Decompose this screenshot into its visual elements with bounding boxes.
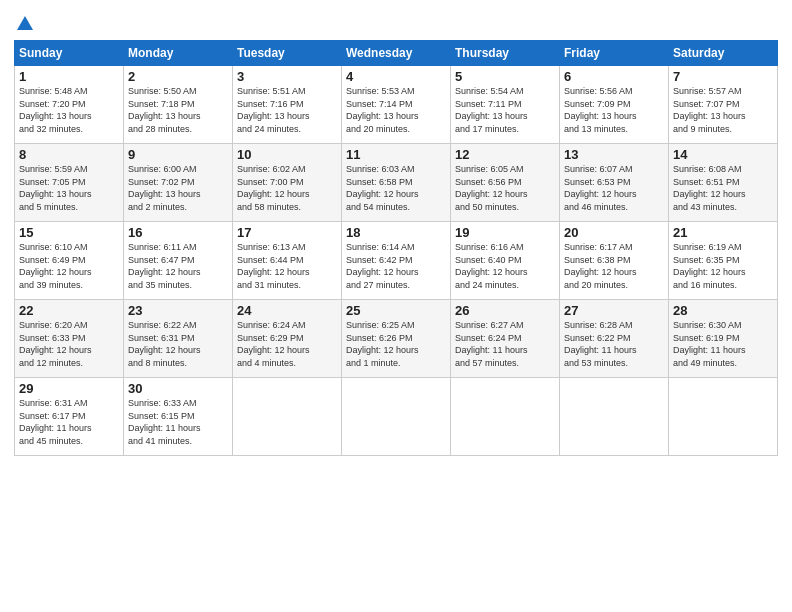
- day-number: 18: [346, 225, 446, 240]
- weekday-header: Saturday: [669, 41, 778, 66]
- day-number: 19: [455, 225, 555, 240]
- day-number: 8: [19, 147, 119, 162]
- day-number: 13: [564, 147, 664, 162]
- weekday-header: Thursday: [451, 41, 560, 66]
- calendar-body: 1Sunrise: 5:48 AMSunset: 7:20 PMDaylight…: [15, 66, 778, 456]
- calendar-cell: 18Sunrise: 6:14 AMSunset: 6:42 PMDayligh…: [342, 222, 451, 300]
- day-number: 24: [237, 303, 337, 318]
- calendar-cell: 15Sunrise: 6:10 AMSunset: 6:49 PMDayligh…: [15, 222, 124, 300]
- day-number: 1: [19, 69, 119, 84]
- calendar-cell: 11Sunrise: 6:03 AMSunset: 6:58 PMDayligh…: [342, 144, 451, 222]
- svg-marker-0: [17, 16, 33, 30]
- cell-info: Sunrise: 6:17 AMSunset: 6:38 PMDaylight:…: [564, 241, 664, 291]
- weekday-header: Friday: [560, 41, 669, 66]
- calendar-cell: 2Sunrise: 5:50 AMSunset: 7:18 PMDaylight…: [124, 66, 233, 144]
- calendar-week-row: 22Sunrise: 6:20 AMSunset: 6:33 PMDayligh…: [15, 300, 778, 378]
- cell-info: Sunrise: 6:19 AMSunset: 6:35 PMDaylight:…: [673, 241, 773, 291]
- weekday-header: Wednesday: [342, 41, 451, 66]
- calendar-cell: 21Sunrise: 6:19 AMSunset: 6:35 PMDayligh…: [669, 222, 778, 300]
- day-number: 3: [237, 69, 337, 84]
- cell-info: Sunrise: 5:54 AMSunset: 7:11 PMDaylight:…: [455, 85, 555, 135]
- day-number: 4: [346, 69, 446, 84]
- calendar-week-row: 29Sunrise: 6:31 AMSunset: 6:17 PMDayligh…: [15, 378, 778, 456]
- weekday-header: Sunday: [15, 41, 124, 66]
- calendar-cell: [669, 378, 778, 456]
- cell-info: Sunrise: 6:02 AMSunset: 7:00 PMDaylight:…: [237, 163, 337, 213]
- calendar-cell: 22Sunrise: 6:20 AMSunset: 6:33 PMDayligh…: [15, 300, 124, 378]
- calendar-cell: 1Sunrise: 5:48 AMSunset: 7:20 PMDaylight…: [15, 66, 124, 144]
- day-number: 23: [128, 303, 228, 318]
- calendar-cell: [560, 378, 669, 456]
- day-number: 15: [19, 225, 119, 240]
- day-number: 7: [673, 69, 773, 84]
- day-number: 30: [128, 381, 228, 396]
- cell-info: Sunrise: 6:28 AMSunset: 6:22 PMDaylight:…: [564, 319, 664, 369]
- cell-info: Sunrise: 6:14 AMSunset: 6:42 PMDaylight:…: [346, 241, 446, 291]
- calendar-cell: 24Sunrise: 6:24 AMSunset: 6:29 PMDayligh…: [233, 300, 342, 378]
- day-number: 9: [128, 147, 228, 162]
- cell-info: Sunrise: 6:25 AMSunset: 6:26 PMDaylight:…: [346, 319, 446, 369]
- cell-info: Sunrise: 6:24 AMSunset: 6:29 PMDaylight:…: [237, 319, 337, 369]
- cell-info: Sunrise: 6:20 AMSunset: 6:33 PMDaylight:…: [19, 319, 119, 369]
- calendar-cell: 26Sunrise: 6:27 AMSunset: 6:24 PMDayligh…: [451, 300, 560, 378]
- page-header: [14, 10, 778, 34]
- calendar-cell: 7Sunrise: 5:57 AMSunset: 7:07 PMDaylight…: [669, 66, 778, 144]
- cell-info: Sunrise: 6:30 AMSunset: 6:19 PMDaylight:…: [673, 319, 773, 369]
- day-number: 2: [128, 69, 228, 84]
- cell-info: Sunrise: 6:27 AMSunset: 6:24 PMDaylight:…: [455, 319, 555, 369]
- calendar-week-row: 1Sunrise: 5:48 AMSunset: 7:20 PMDaylight…: [15, 66, 778, 144]
- day-number: 20: [564, 225, 664, 240]
- cell-info: Sunrise: 6:10 AMSunset: 6:49 PMDaylight:…: [19, 241, 119, 291]
- cell-info: Sunrise: 5:50 AMSunset: 7:18 PMDaylight:…: [128, 85, 228, 135]
- calendar-cell: 9Sunrise: 6:00 AMSunset: 7:02 PMDaylight…: [124, 144, 233, 222]
- calendar-cell: 23Sunrise: 6:22 AMSunset: 6:31 PMDayligh…: [124, 300, 233, 378]
- day-number: 14: [673, 147, 773, 162]
- calendar-cell: 14Sunrise: 6:08 AMSunset: 6:51 PMDayligh…: [669, 144, 778, 222]
- calendar-cell: 13Sunrise: 6:07 AMSunset: 6:53 PMDayligh…: [560, 144, 669, 222]
- calendar-cell: 27Sunrise: 6:28 AMSunset: 6:22 PMDayligh…: [560, 300, 669, 378]
- calendar-cell: 25Sunrise: 6:25 AMSunset: 6:26 PMDayligh…: [342, 300, 451, 378]
- calendar-cell: 10Sunrise: 6:02 AMSunset: 7:00 PMDayligh…: [233, 144, 342, 222]
- cell-info: Sunrise: 6:13 AMSunset: 6:44 PMDaylight:…: [237, 241, 337, 291]
- cell-info: Sunrise: 6:31 AMSunset: 6:17 PMDaylight:…: [19, 397, 119, 447]
- cell-info: Sunrise: 6:16 AMSunset: 6:40 PMDaylight:…: [455, 241, 555, 291]
- cell-info: Sunrise: 6:03 AMSunset: 6:58 PMDaylight:…: [346, 163, 446, 213]
- calendar-cell: 20Sunrise: 6:17 AMSunset: 6:38 PMDayligh…: [560, 222, 669, 300]
- calendar-cell: 19Sunrise: 6:16 AMSunset: 6:40 PMDayligh…: [451, 222, 560, 300]
- cell-info: Sunrise: 6:05 AMSunset: 6:56 PMDaylight:…: [455, 163, 555, 213]
- weekday-header: Tuesday: [233, 41, 342, 66]
- logo-icon: [15, 14, 35, 34]
- cell-info: Sunrise: 6:08 AMSunset: 6:51 PMDaylight:…: [673, 163, 773, 213]
- day-number: 11: [346, 147, 446, 162]
- calendar-cell: 4Sunrise: 5:53 AMSunset: 7:14 PMDaylight…: [342, 66, 451, 144]
- calendar-week-row: 15Sunrise: 6:10 AMSunset: 6:49 PMDayligh…: [15, 222, 778, 300]
- calendar-week-row: 8Sunrise: 5:59 AMSunset: 7:05 PMDaylight…: [15, 144, 778, 222]
- cell-info: Sunrise: 5:56 AMSunset: 7:09 PMDaylight:…: [564, 85, 664, 135]
- calendar-cell: [233, 378, 342, 456]
- calendar-cell: 3Sunrise: 5:51 AMSunset: 7:16 PMDaylight…: [233, 66, 342, 144]
- day-number: 12: [455, 147, 555, 162]
- calendar-cell: 16Sunrise: 6:11 AMSunset: 6:47 PMDayligh…: [124, 222, 233, 300]
- logo: [14, 14, 35, 34]
- day-number: 6: [564, 69, 664, 84]
- calendar-cell: [342, 378, 451, 456]
- day-number: 16: [128, 225, 228, 240]
- day-number: 22: [19, 303, 119, 318]
- day-number: 27: [564, 303, 664, 318]
- calendar-cell: 5Sunrise: 5:54 AMSunset: 7:11 PMDaylight…: [451, 66, 560, 144]
- cell-info: Sunrise: 5:59 AMSunset: 7:05 PMDaylight:…: [19, 163, 119, 213]
- calendar-header-row: SundayMondayTuesdayWednesdayThursdayFrid…: [15, 41, 778, 66]
- calendar-cell: 6Sunrise: 5:56 AMSunset: 7:09 PMDaylight…: [560, 66, 669, 144]
- cell-info: Sunrise: 5:48 AMSunset: 7:20 PMDaylight:…: [19, 85, 119, 135]
- cell-info: Sunrise: 5:53 AMSunset: 7:14 PMDaylight:…: [346, 85, 446, 135]
- calendar-cell: 8Sunrise: 5:59 AMSunset: 7:05 PMDaylight…: [15, 144, 124, 222]
- day-number: 29: [19, 381, 119, 396]
- calendar-table: SundayMondayTuesdayWednesdayThursdayFrid…: [14, 40, 778, 456]
- cell-info: Sunrise: 6:22 AMSunset: 6:31 PMDaylight:…: [128, 319, 228, 369]
- weekday-header: Monday: [124, 41, 233, 66]
- day-number: 5: [455, 69, 555, 84]
- day-number: 21: [673, 225, 773, 240]
- calendar-cell: 12Sunrise: 6:05 AMSunset: 6:56 PMDayligh…: [451, 144, 560, 222]
- calendar-cell: 17Sunrise: 6:13 AMSunset: 6:44 PMDayligh…: [233, 222, 342, 300]
- calendar-cell: 29Sunrise: 6:31 AMSunset: 6:17 PMDayligh…: [15, 378, 124, 456]
